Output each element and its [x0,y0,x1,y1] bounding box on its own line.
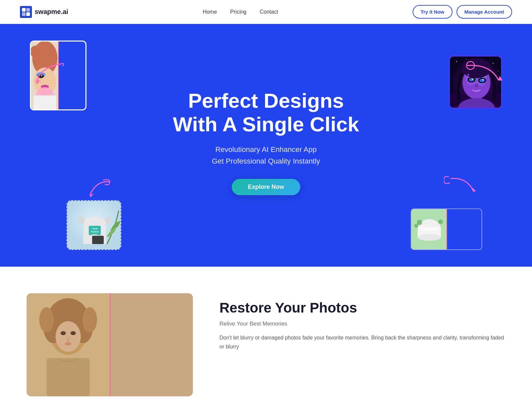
svg-text:DESIGN: DESIGN [91,231,98,233]
hero-image-cosmetics-right [447,209,482,249]
explore-now-button[interactable]: Explore Now [232,179,300,195]
nav-links: Home Pricing Contact [203,9,278,15]
arrow-top-left [33,61,66,87]
arrow-bottom-left [83,177,116,200]
svg-point-59 [418,224,441,231]
restore-image-old [27,293,110,396]
nav-contact[interactable]: Contact [260,9,278,15]
svg-point-29 [456,61,457,62]
restore-divider [110,293,110,396]
svg-text:YOUR: YOUR [92,228,98,230]
hero-image-woman-divider [58,42,59,109]
manage-account-button[interactable]: Manage Account [457,5,512,19]
svg-rect-14 [34,95,56,109]
svg-point-60 [417,220,422,225]
hero-section: Perfect Designs With A Single Click Revo… [0,24,532,267]
arrow-bottom-right [444,174,480,200]
svg-rect-2 [22,12,26,16]
hero-image-cosmetics-left [411,209,447,249]
nav-pricing[interactable]: Pricing [230,9,246,15]
arrow-top-right [464,61,504,90]
restore-image-modern [110,293,193,396]
hero-image-cosmetics-divider [447,209,447,249]
svg-rect-0 [22,8,26,12]
restore-subtitle: Relive Your Best Memories [219,321,505,327]
svg-rect-1 [26,8,30,12]
hero-content: Perfect Designs With A Single Click Revo… [173,89,359,195]
svg-point-61 [414,224,418,228]
restore-photo-image [27,293,193,396]
hero-image-cosmetics [411,208,482,250]
logo-link[interactable]: swapme.ai [20,6,68,18]
svg-point-58 [418,234,441,241]
navbar: swapme.ai Home Pricing Contact Try it No… [0,0,532,24]
svg-text:HERE: HERE [92,234,98,236]
svg-rect-53 [92,236,104,244]
svg-rect-86 [27,293,110,396]
logo-text: swapme.ai [35,8,68,16]
nav-actions: Try it Now Manage Account [413,5,512,19]
hero-title: Perfect Designs With A Single Click [173,89,359,136]
svg-point-62 [438,219,443,224]
hero-image-tshirt: YOUR DESIGN HERE [66,200,121,250]
svg-rect-3 [26,12,30,16]
try-it-now-button[interactable]: Try it Now [413,5,453,19]
svg-point-30 [466,59,467,60]
logo-icon [20,6,32,18]
restore-section: Restore Your Photos Relive Your Best Mem… [0,267,532,399]
nav-home[interactable]: Home [203,9,217,15]
restore-title: Restore Your Photos [219,300,505,316]
restore-content: Restore Your Photos Relive Your Best Mem… [219,293,505,351]
hero-subtitle: Revolutionary AI Enhancer App Get Profes… [173,144,359,167]
restore-body: Don't let blurry or damaged photos fade … [219,333,505,351]
